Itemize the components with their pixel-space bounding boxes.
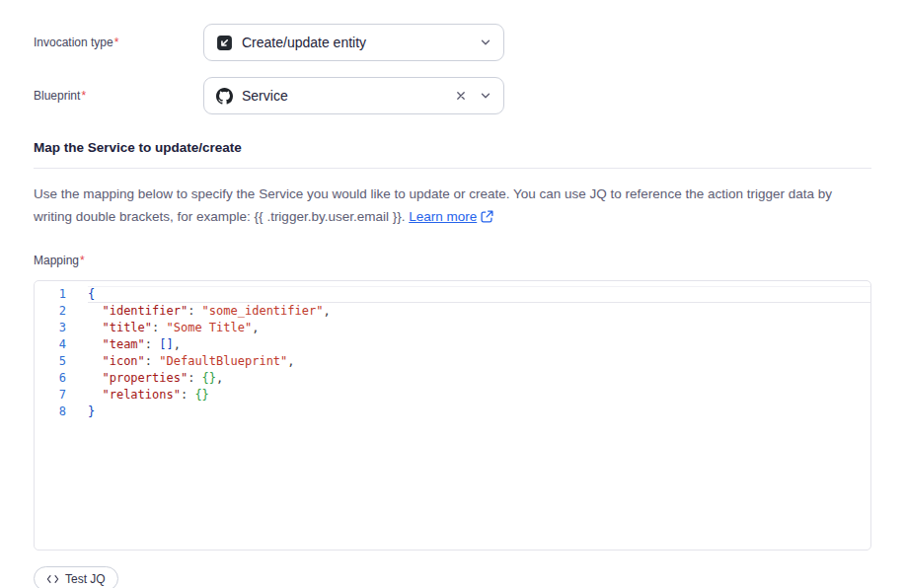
blueprint-row: Blueprint* Service: [34, 77, 871, 114]
code-line[interactable]: 7 "relations": {}: [35, 387, 870, 404]
learn-more-link[interactable]: Learn more: [409, 209, 477, 224]
line-number: 8: [35, 404, 66, 420]
blueprint-label: Blueprint*: [34, 89, 203, 103]
line-number: 4: [35, 336, 66, 353]
code-line[interactable]: 8}: [35, 404, 870, 420]
test-jq-button[interactable]: Test JQ: [34, 566, 118, 588]
clear-selection-icon[interactable]: [455, 90, 467, 102]
mapping-label: Mapping*: [34, 254, 871, 267]
code-line[interactable]: 4 "team": [],: [35, 336, 870, 353]
line-content: "relations": {}: [88, 387, 870, 404]
editor-lines: 1{2 "identifier": "some_identifier",3 "t…: [35, 286, 870, 420]
line-content: {: [88, 286, 870, 303]
action-mapping-form: Invocation type* Create/update entity Bl…: [0, 0, 905, 588]
line-content: "team": [],: [88, 336, 870, 353]
blueprint-value: Service: [242, 88, 446, 104]
mapping-label-text: Mapping: [34, 254, 79, 267]
invocation-type-value: Create/update entity: [242, 35, 471, 50]
line-number: 6: [35, 370, 66, 387]
line-content: "properties": {},: [88, 370, 870, 387]
line-content: }: [88, 404, 870, 420]
divider: [34, 168, 871, 169]
code-line[interactable]: 2 "identifier": "some_identifier",: [35, 303, 870, 320]
code-line[interactable]: 3 "title": "Some Title",: [35, 320, 870, 336]
line-content: "title": "Some Title",: [88, 320, 870, 336]
chevron-down-icon: [480, 37, 491, 48]
blueprint-label-text: Blueprint: [34, 89, 80, 103]
code-line[interactable]: 1{: [35, 286, 870, 303]
code-line[interactable]: 5 "icon": "DefaultBlueprint",: [35, 353, 870, 370]
code-line[interactable]: 6 "properties": {},: [35, 370, 870, 387]
line-number: 5: [35, 353, 66, 370]
invocation-type-select[interactable]: Create/update entity: [203, 24, 504, 61]
external-link-icon[interactable]: [481, 208, 493, 221]
code-brackets-icon: [46, 574, 59, 584]
required-asterisk: *: [114, 36, 119, 49]
section-title: Map the Service to update/create: [34, 140, 871, 155]
chevron-down-icon: [480, 90, 491, 102]
line-content: "icon": "DefaultBlueprint",: [88, 353, 870, 370]
mapping-editor[interactable]: 1{2 "identifier": "some_identifier",3 "t…: [34, 280, 871, 551]
line-number: 2: [35, 303, 66, 320]
test-jq-label: Test JQ: [65, 572, 106, 586]
github-icon: [216, 88, 233, 105]
entity-icon: [216, 35, 233, 51]
line-number: 3: [35, 320, 66, 336]
required-asterisk: *: [81, 89, 86, 103]
blueprint-select[interactable]: Service: [203, 77, 504, 114]
line-number: 7: [35, 387, 66, 404]
invocation-type-label: Invocation type*: [34, 36, 203, 49]
mapping-description: Use the mapping below to specify the Ser…: [34, 184, 871, 228]
invocation-type-label-text: Invocation type: [34, 36, 113, 49]
line-number: 1: [35, 286, 66, 303]
line-content: "identifier": "some_identifier",: [88, 303, 870, 320]
required-asterisk: *: [80, 254, 85, 267]
invocation-type-row: Invocation type* Create/update entity: [34, 24, 871, 61]
